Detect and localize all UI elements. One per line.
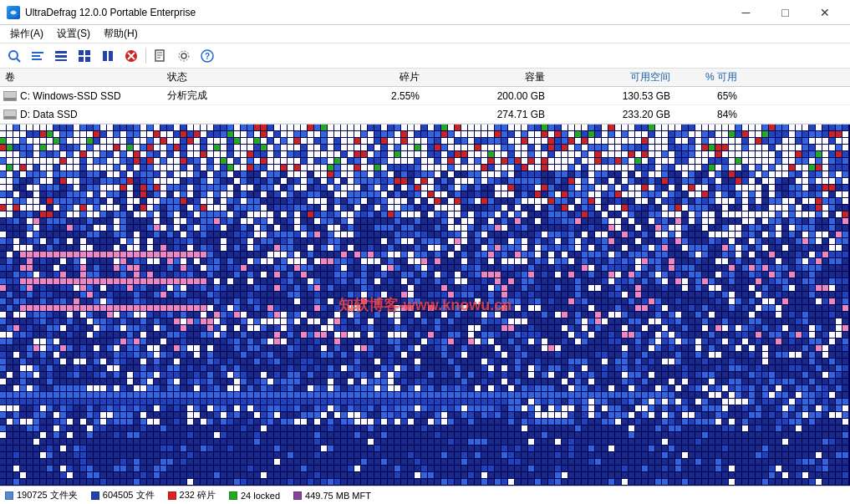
drive-d-pct: 84% — [677, 109, 744, 120]
drive-icon — [3, 91, 17, 101]
svg-rect-8 — [55, 59, 67, 61]
svg-point-1 — [9, 51, 18, 59]
table-row[interactable]: C: Windows-SSD SSD 分析完成 2.55% 200.00 GB … — [0, 87, 850, 105]
analyze-button[interactable] — [3, 46, 25, 66]
drive-c-fragments: 2.55% — [301, 90, 426, 102]
files-color-box — [91, 491, 99, 500]
window-controls: ─ □ ✕ — [727, 0, 843, 25]
status-fragments: 232 碎片 — [168, 489, 216, 501]
menu-settings[interactable]: 设置(S) — [50, 25, 97, 43]
status-folders: 190725 文件夹 — [5, 489, 78, 501]
drive-d-free: 233.20 GB — [552, 109, 677, 120]
report-button[interactable] — [150, 46, 171, 66]
table-header: 卷 状态 碎片 容量 可用空间 % 可用 — [0, 69, 850, 87]
fragments-label: 232 碎片 — [180, 489, 216, 501]
mft-opt-button[interactable] — [97, 46, 119, 66]
drive-d-label: D: Data SSD — [20, 109, 78, 120]
drive-d-capacity: 274.71 GB — [426, 109, 552, 120]
svg-point-22 — [181, 53, 186, 59]
maximize-button[interactable]: □ — [766, 0, 804, 25]
drive-c-pct: 65% — [677, 90, 744, 102]
col-header-free: 可用空间 — [552, 70, 677, 84]
mft-color-box — [293, 491, 302, 500]
full-opt-button[interactable] — [74, 46, 95, 66]
defrag-button[interactable] — [27, 46, 48, 66]
minimize-button[interactable]: ─ — [727, 0, 765, 25]
status-files: 604505 文件 — [91, 489, 155, 501]
title-bar: UltraDefrag 12.0.0 Portable Enterprise ─… — [0, 0, 850, 25]
svg-rect-10 — [85, 50, 90, 55]
disk-map: 知软博客-www.knowu.cn — [0, 125, 850, 486]
svg-rect-12 — [85, 57, 90, 62]
toolbar: ? — [0, 43, 850, 69]
svg-point-23 — [179, 51, 189, 61]
drive-c-status: 分析完成 — [167, 89, 301, 103]
app-title: UltraDefrag 12.0.0 Portable Enterprise — [25, 7, 196, 18]
svg-line-2 — [17, 59, 20, 62]
col-header-fragments: 碎片 — [301, 70, 426, 84]
drive-c-free: 130.53 GB — [552, 90, 677, 102]
status-locked: 24 locked — [229, 491, 280, 501]
col-header-capacity: 容量 — [426, 70, 552, 84]
watermark: 知软博客-www.knowu.cn — [338, 295, 512, 315]
svg-rect-6 — [55, 51, 67, 53]
svg-rect-13 — [103, 51, 107, 61]
table-row[interactable]: D: Data SSD 274.71 GB 233.20 GB 84% — [0, 105, 850, 124]
fragments-color-box — [168, 491, 176, 500]
locked-color-box — [229, 491, 237, 500]
svg-rect-5 — [32, 59, 42, 60]
help-button[interactable]: ? — [196, 46, 218, 66]
status-bar: 190725 文件夹 604505 文件 232 碎片 24 locked 44… — [0, 486, 850, 504]
svg-rect-7 — [55, 55, 67, 58]
menu-help[interactable]: 帮助(H) — [97, 25, 145, 43]
col-header-status: 状态 — [167, 70, 301, 84]
drive-c-capacity: 200.00 GB — [426, 90, 552, 102]
svg-rect-14 — [109, 51, 113, 61]
svg-text:?: ? — [205, 52, 210, 61]
svg-rect-4 — [32, 55, 40, 57]
col-header-pct: % 可用 — [677, 70, 744, 84]
menu-action[interactable]: 操作(A) — [3, 25, 50, 43]
locked-label: 24 locked — [241, 491, 280, 501]
drive-icon — [3, 109, 17, 120]
toolbar-separator-1 — [145, 48, 146, 64]
stop-button[interactable] — [120, 46, 142, 66]
settings-button[interactable] — [173, 46, 195, 66]
app-icon — [7, 6, 20, 19]
quick-opt-button[interactable] — [50, 46, 72, 66]
col-header-volume: 卷 — [0, 70, 167, 84]
files-label: 604505 文件 — [103, 489, 155, 501]
status-mft: 449.75 MB MFT — [293, 491, 371, 501]
svg-rect-9 — [79, 50, 84, 55]
mft-label: 449.75 MB MFT — [305, 491, 371, 501]
drive-table: 卷 状态 碎片 容量 可用空间 % 可用 C: Windows-SSD SSD … — [0, 69, 850, 125]
drive-c-label: C: Windows-SSD SSD — [20, 90, 121, 102]
menu-bar: 操作(A) 设置(S) 帮助(H) — [0, 25, 850, 43]
folders-label: 190725 文件夹 — [17, 489, 78, 501]
close-button[interactable]: ✕ — [806, 0, 843, 25]
folders-color-box — [5, 491, 13, 500]
svg-rect-11 — [79, 57, 84, 62]
svg-rect-3 — [32, 52, 43, 53]
